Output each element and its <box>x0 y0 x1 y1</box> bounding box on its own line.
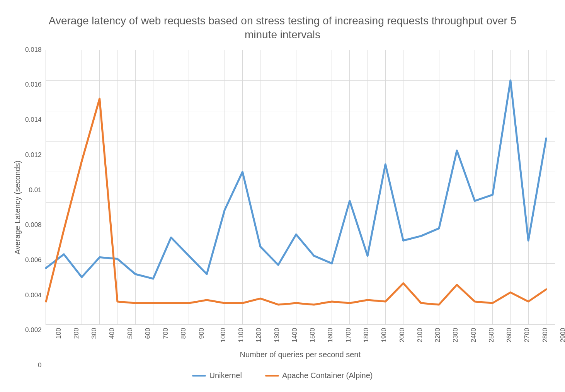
x-tick-label: 1100 <box>237 328 245 343</box>
x-tick-label: 2800 <box>541 328 549 343</box>
x-tick-label: 400 <box>109 328 116 339</box>
y-axis-label: Average Latency (seconds) <box>10 50 25 365</box>
x-tick-label: 2900 <box>559 328 565 343</box>
x-tick-label: 1800 <box>362 328 370 343</box>
x-tick-label: 2300 <box>452 328 459 343</box>
x-axis-ticks: 1002003004005006007008009001000110012001… <box>46 325 555 347</box>
y-axis-ticks: 0.0180.0160.0140.0120.010.0080.0060.0040… <box>25 50 46 365</box>
x-tick-label: 1700 <box>345 328 352 343</box>
plot-area-wrapper: Average Latency (seconds) 0.0180.0160.01… <box>10 50 555 365</box>
x-tick-label: 200 <box>73 328 80 339</box>
x-tick-label: 900 <box>198 328 206 339</box>
chart-title: Average latency of web requests based on… <box>10 10 555 50</box>
legend-item: Apache Container (Alpine) <box>265 371 373 380</box>
x-tick-label: 1000 <box>220 328 227 343</box>
plot-column: 1002003004005006007008009001000110012001… <box>46 50 555 365</box>
x-tick-label: 2000 <box>398 328 406 343</box>
x-tick-label: 2700 <box>523 328 531 343</box>
x-tick-label: 500 <box>126 328 134 339</box>
legend-swatch <box>265 375 279 377</box>
x-tick-label: 2100 <box>416 328 424 343</box>
legend-swatch <box>192 375 206 377</box>
x-tick-label: 2200 <box>434 328 442 343</box>
x-tick-label: 1900 <box>380 328 388 343</box>
chart-container: Average latency of web requests based on… <box>4 4 561 388</box>
x-tick-label: 1300 <box>273 328 281 343</box>
line-svg <box>46 50 555 324</box>
x-tick-label: 2500 <box>488 328 495 343</box>
legend-label: Unikernel <box>209 371 242 380</box>
x-tick-label: 100 <box>55 328 63 339</box>
x-tick-label: 1200 <box>255 328 263 343</box>
x-tick-label: 2400 <box>470 328 477 343</box>
legend-item: Unikernel <box>192 371 242 380</box>
series-line <box>46 80 546 279</box>
x-tick-label: 800 <box>180 328 188 339</box>
x-tick-label: 1400 <box>291 328 299 343</box>
series-line <box>46 99 546 305</box>
x-tick-label: 1500 <box>309 328 317 343</box>
x-tick-label: 1600 <box>327 328 334 343</box>
legend: UnikernelApache Container (Alpine) <box>10 365 555 382</box>
x-tick-label: 2600 <box>505 328 513 343</box>
plot-area <box>46 50 555 325</box>
x-tick-label: 600 <box>144 328 152 339</box>
plot-with-y-ticks: 0.0180.0160.0140.0120.010.0080.0060.0040… <box>25 50 555 365</box>
legend-label: Apache Container (Alpine) <box>282 371 373 380</box>
x-tick-label: 300 <box>90 328 98 339</box>
x-axis-label: Number of queries per second sent <box>46 347 555 365</box>
x-tick-label: 700 <box>162 328 170 339</box>
